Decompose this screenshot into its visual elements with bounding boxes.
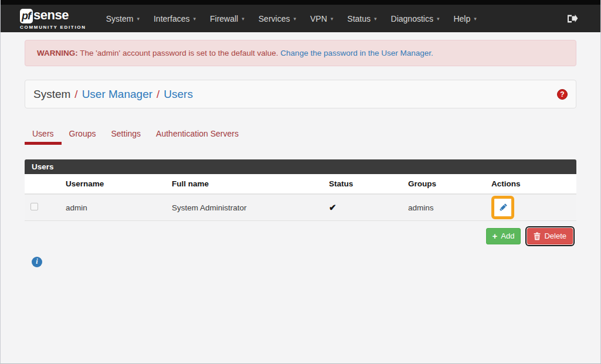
plus-icon: + [493,233,498,240]
check-icon: ✔ [329,202,337,212]
menu-label: Services [259,14,290,23]
menu-label: Diagnostics [391,14,433,23]
sign-out-icon[interactable] [567,13,579,24]
warning-prefix: WARNING: [37,49,78,57]
menu-item-interfaces[interactable]: Interfaces▾ [147,9,203,28]
breadcrumb: System / User Manager / Users [33,88,193,101]
edit-icon-highlight-box [491,196,514,219]
menu-label: Status [347,14,371,23]
main-menu: System▾ Interfaces▾ Firewall▾ Services▾ … [99,9,484,28]
add-button-label: Add [501,232,514,241]
action-buttons: + Add Delete [25,228,576,244]
menu-item-vpn[interactable]: VPN▾ [303,9,340,28]
breadcrumb-panel: System / User Manager / Users ? [25,80,576,108]
menu-label: Interfaces [154,14,189,23]
breadcrumb-users-link[interactable]: Users [164,88,193,101]
logo-pf-badge: pf [20,9,33,23]
menu-label: System [106,14,134,23]
chevron-down-icon: ▾ [374,16,377,22]
menu-label: Help [453,14,470,23]
cell-actions [487,194,576,221]
breadcrumb-system: System [33,88,70,101]
cell-full-name: System Administrator [167,194,324,221]
warning-text: The 'admin' account password is set to t… [78,49,281,57]
breadcrumb-separator: / [74,88,77,101]
chevron-down-icon: ▾ [331,16,334,22]
menu-item-help[interactable]: Help▾ [446,9,483,28]
tab-bar: Users Groups Settings Authentication Ser… [25,124,576,145]
column-header-username: Username [61,174,167,194]
tab-authentication-servers[interactable]: Authentication Servers [148,124,246,145]
menu-item-services[interactable]: Services▾ [252,9,303,28]
menu-item-firewall[interactable]: Firewall▾ [203,9,252,28]
trash-icon [534,232,541,240]
column-header-actions: Actions [487,174,576,194]
pencil-icon [498,203,508,213]
chevron-down-icon: ▾ [437,16,440,22]
menu-label: VPN [310,14,327,23]
panel-title: Users [25,159,576,174]
logo-sense-text: sense [33,8,69,23]
menu-item-status[interactable]: Status▾ [340,9,383,28]
column-header-full-name: Full name [167,174,324,194]
tab-settings[interactable]: Settings [103,124,148,145]
menu-item-diagnostics[interactable]: Diagnostics▾ [384,9,447,28]
users-panel: Users Username Full name Status Groups A… [25,159,576,221]
chevron-down-icon: ▾ [242,16,245,22]
cell-select [25,194,61,221]
table-row: admin System Administrator ✔ admins [25,194,576,221]
breadcrumb-user-manager-link[interactable]: User Manager [82,88,152,101]
users-table: Username Full name Status Groups Actions… [25,174,576,221]
column-header-select [25,174,61,194]
menu-item-system[interactable]: System▾ [99,9,147,28]
delete-button-label: Delete [544,232,566,241]
cell-username: admin [61,194,167,221]
warning-banner: WARNING: The 'admin' account password is… [25,40,576,66]
row-checkbox[interactable] [30,203,38,210]
menu-label: Firewall [210,14,238,23]
logo-subtitle: COMMUNITY EDITION [20,25,86,30]
help-icon[interactable]: ? [557,89,568,100]
info-icon[interactable]: i [32,257,42,267]
column-header-status: Status [324,174,403,194]
table-header-row: Username Full name Status Groups Actions [25,174,576,194]
warning-link[interactable]: Change the password in the User Manager. [280,49,433,57]
column-header-groups: Groups [403,174,487,194]
info-glyph: i [36,257,38,266]
pfsense-logo[interactable]: pf sense COMMUNITY EDITION [20,8,86,30]
chevron-down-icon: ▾ [193,16,196,22]
edit-user-button[interactable] [498,203,508,213]
breadcrumb-separator: / [157,88,159,101]
page-content: WARNING: The 'admin' account password is… [1,40,600,267]
cell-groups: admins [403,194,487,221]
chevron-down-icon: ▾ [293,16,296,22]
top-navbar: pf sense COMMUNITY EDITION System▾ Inter… [1,5,600,32]
delete-user-button[interactable]: Delete [527,228,573,244]
question-glyph: ? [560,90,564,98]
tab-groups[interactable]: Groups [62,124,104,145]
add-user-button[interactable]: + Add [486,228,521,244]
chevron-down-icon: ▾ [137,16,140,22]
cell-status: ✔ [324,194,403,221]
top-black-strip [1,0,600,5]
tab-users[interactable]: Users [25,124,62,145]
chevron-down-icon: ▾ [474,16,477,22]
pfsense-page: pf sense COMMUNITY EDITION System▾ Inter… [0,0,601,364]
